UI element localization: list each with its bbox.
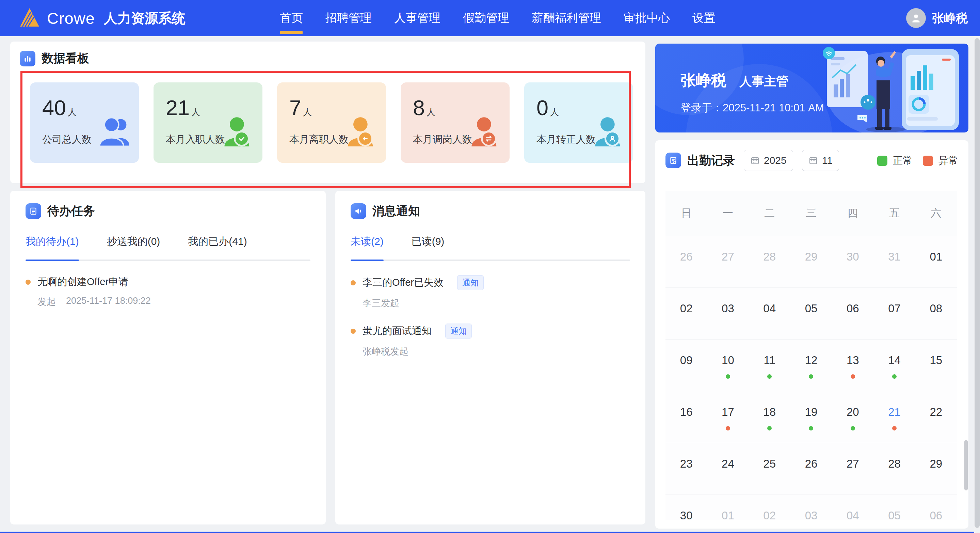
calendar-day[interactable]: 26 <box>665 236 707 287</box>
calendar-day[interactable]: 15 <box>915 340 957 391</box>
calendar-day[interactable]: 27 <box>707 236 749 287</box>
calendar-day[interactable]: 19 <box>791 391 832 443</box>
calendar-day-number: 08 <box>930 302 942 315</box>
stat-unit: 人 <box>191 107 200 117</box>
header-user[interactable]: 张峥税 <box>906 0 968 36</box>
calendar-day-number: 12 <box>805 354 818 367</box>
calendar-day[interactable]: 09 <box>665 340 707 391</box>
notice-type-badge: 通知 <box>457 275 484 290</box>
todo-tab-0[interactable]: 我的待办(1) <box>25 235 79 251</box>
todo-tab-2[interactable]: 我的已办(41) <box>188 235 247 251</box>
calendar-day[interactable]: 22 <box>915 391 957 443</box>
nav-item-settings[interactable]: 设置 <box>691 0 717 36</box>
calendar-day[interactable]: 12 <box>791 340 832 391</box>
calendar-day[interactable]: 10 <box>707 340 749 391</box>
calendar-day[interactable]: 26 <box>791 443 832 495</box>
calendar-day[interactable]: 16 <box>665 391 707 443</box>
calendar-day[interactable]: 13 <box>832 340 873 391</box>
calendar-day-number: 29 <box>805 251 818 263</box>
calendar-day[interactable]: 17 <box>707 391 749 443</box>
calendar-day[interactable]: 07 <box>873 288 915 339</box>
calendar-scrollbar-thumb[interactable] <box>964 440 968 490</box>
stat-unit: 人 <box>426 107 435 117</box>
calendar-day-number: 17 <box>722 405 734 418</box>
calendar-day[interactable]: 06 <box>832 288 873 339</box>
notice-tab-0[interactable]: 未读(2) <box>351 235 383 251</box>
calendar-day[interactable]: 31 <box>873 236 915 287</box>
calendar-day[interactable]: 24 <box>707 443 749 495</box>
todo-tabs: 我的待办(1)抄送我的(0)我的已办(41) <box>25 235 310 251</box>
calendar-day[interactable]: 23 <box>665 443 707 495</box>
month-select[interactable]: 11 <box>802 150 839 171</box>
calendar-day[interactable]: 28 <box>873 443 915 495</box>
calendar-day[interactable]: 21 <box>873 391 915 443</box>
calendar-day[interactable]: 05 <box>873 495 915 520</box>
notice-item[interactable]: 李三的Offer已失效通知李三发起 <box>351 275 630 309</box>
todo-item[interactable]: 无啊的创建Offer申请发起2025-11-17 18:09:22 <box>25 275 310 308</box>
calendar-day[interactable]: 08 <box>915 288 957 339</box>
todo-item-meta: 发起2025-11-17 18:09:22 <box>37 295 310 308</box>
calendar-day[interactable]: 30 <box>665 495 707 520</box>
calendar-day[interactable]: 20 <box>832 391 873 443</box>
brand-logo[interactable]: Crowe 人力资源系统 <box>18 0 186 36</box>
calendar-day[interactable]: 03 <box>791 495 832 520</box>
calendar-day-number: 20 <box>846 405 859 418</box>
notice-item[interactable]: 蚩尤的面试通知通知张峥税发起 <box>351 324 630 357</box>
orange-dot-icon <box>351 280 356 286</box>
calendar-icon <box>808 156 818 165</box>
calendar-day-number: 06 <box>930 509 942 520</box>
notice-list: 李三的Offer已失效通知李三发起蚩尤的面试通知通知张峥税发起 <box>351 275 630 357</box>
notice-item-title: 李三的Offer已失效通知 <box>351 275 630 290</box>
calendar-day[interactable]: 29 <box>915 443 957 495</box>
calendar-day[interactable]: 11 <box>749 340 791 391</box>
stat-number: 21 <box>166 96 189 120</box>
calendar-week-2: 09101112131415 <box>665 339 957 391</box>
calendar-day[interactable]: 25 <box>749 443 791 495</box>
calendar-day[interactable]: 27 <box>832 443 873 495</box>
todo-item-text: 无啊的创建Offer申请 <box>37 275 128 289</box>
calendar-day[interactable]: 18 <box>749 391 791 443</box>
attendance-calendar: 日一二三四五六 26272829303101020304050607080910… <box>665 191 957 520</box>
nav-item-home[interactable]: 首页 <box>278 0 304 36</box>
person-icon <box>221 115 255 149</box>
calendar-day[interactable]: 01 <box>915 236 957 287</box>
nav-item-leave[interactable]: 假勤管理 <box>461 0 511 36</box>
calendar-day[interactable]: 28 <box>749 236 791 287</box>
nav-item-recruit[interactable]: 招聘管理 <box>324 0 373 36</box>
calendar-day[interactable]: 29 <box>791 236 832 287</box>
page-scrollbar[interactable] <box>974 36 980 533</box>
nav-item-hr[interactable]: 人事管理 <box>393 0 442 36</box>
calendar-day[interactable]: 03 <box>707 288 749 339</box>
calendar-week-4: 23242526272829 <box>665 443 957 495</box>
notice-item-text: 蚩尤的面试通知 <box>363 324 432 338</box>
calendar-day[interactable]: 05 <box>791 288 832 339</box>
attendance-legend: 正常异常 <box>877 154 958 168</box>
legend-abnormal-label: 异常 <box>939 154 958 168</box>
todo-active-underline <box>25 260 79 261</box>
nav-item-label: 假勤管理 <box>463 10 509 26</box>
calendar-day[interactable]: 02 <box>665 288 707 339</box>
attendance-abnormal-dot <box>851 374 855 379</box>
calendar-day-number: 28 <box>763 251 776 263</box>
calendar-day[interactable]: 04 <box>749 288 791 339</box>
stat-card-3: 8人本月调岗人数 <box>401 82 509 163</box>
profile-illustration <box>807 44 966 132</box>
nav-item-salary[interactable]: 薪酬福利管理 <box>530 0 603 36</box>
todo-tab-1[interactable]: 抄送我的(0) <box>107 235 160 251</box>
calendar-day[interactable]: 14 <box>873 340 915 391</box>
stat-unit: 人 <box>68 107 76 117</box>
month-value: 11 <box>822 155 833 166</box>
calendar-day-number: 24 <box>722 457 734 470</box>
calendar-day-number: 23 <box>680 457 693 470</box>
calendar-day[interactable]: 06 <box>915 495 957 520</box>
calendar-day[interactable]: 04 <box>832 495 873 520</box>
page-scrollbar-thumb[interactable] <box>975 38 980 528</box>
calendar-day[interactable]: 01 <box>707 495 749 520</box>
check-badge-icon <box>234 131 250 147</box>
nav-item-approval[interactable]: 审批中心 <box>622 0 671 36</box>
attendance-normal-dot <box>767 374 772 379</box>
year-select[interactable]: 2025 <box>744 150 793 171</box>
calendar-day[interactable]: 30 <box>832 236 873 287</box>
calendar-day[interactable]: 02 <box>749 495 791 520</box>
notice-tab-1[interactable]: 已读(9) <box>412 235 445 251</box>
